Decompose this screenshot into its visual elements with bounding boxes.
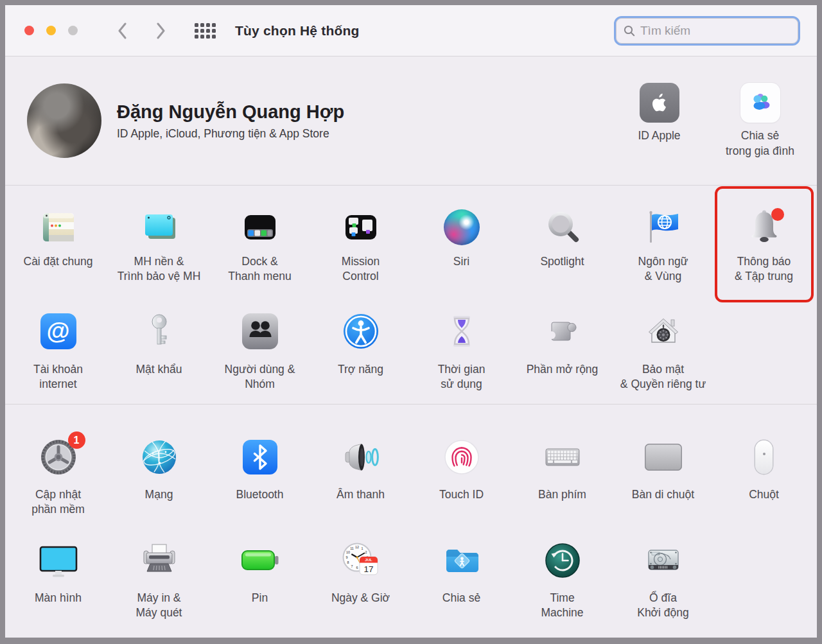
pref-item-security-privacy[interactable]: Bảo mật & Quyền riêng tư: [613, 295, 713, 405]
prefs-section-hardware: 1 Cập nhật phần mềm: [5, 405, 817, 638]
hourglass-icon: [441, 311, 482, 352]
speaker-icon: [340, 437, 381, 478]
prefs-section-system: Cài đặt chung MH nền & Trình bảo vệ MH: [5, 186, 817, 405]
pref-item-accessibility[interactable]: Trợ năng: [310, 295, 411, 405]
pref-item-battery[interactable]: Pin: [209, 520, 310, 638]
pref-item-siri[interactable]: Siri: [411, 186, 512, 295]
pref-item-label: Màn hình: [35, 591, 82, 605]
pref-item-printers-scanners[interactable]: Máy in & Máy quét: [109, 520, 209, 638]
pref-item-internet-accounts[interactable]: @ Tài khoản internet: [8, 295, 109, 405]
network-globe-icon: [139, 437, 180, 478]
pref-item-label: Mạng: [145, 487, 173, 502]
keyboard-icon: [542, 437, 583, 478]
accessibility-icon: [340, 311, 381, 352]
pref-item-label: Bàn di chuột: [632, 487, 694, 502]
profile-section: Đặng Nguyễn Quang Hợp ID Apple, iCloud, …: [5, 57, 817, 186]
screen: { "window": { "title": "Tùy chọn Hệ thốn…: [0, 0, 822, 644]
svg-text:10: 10: [346, 550, 350, 554]
pref-item-mouse[interactable]: Chuột: [713, 405, 814, 520]
svg-text:7: 7: [351, 564, 353, 568]
minimize-button[interactable]: [46, 26, 56, 35]
pref-item-label: Ngôn ngữ & Vùng: [638, 254, 688, 284]
printer-icon: [139, 540, 180, 581]
pref-item-trackpad[interactable]: Bàn di chuột: [613, 405, 713, 520]
pref-item-desktop-screensaver[interactable]: MH nền & Trình bảo vệ MH: [109, 186, 209, 295]
traffic-lights: [24, 26, 78, 35]
avatar[interactable]: [27, 83, 101, 158]
time-machine-icon: [542, 540, 583, 581]
pref-item-touch-id[interactable]: Touch ID: [411, 405, 512, 520]
pref-item-label: Bluetooth: [236, 487, 284, 502]
desktop-screensaver-icon: [139, 207, 180, 248]
key-icon: [139, 311, 180, 352]
general-icon: [38, 207, 79, 248]
battery-icon: [240, 540, 281, 581]
pref-item-label: Thời gian sử dụng: [438, 362, 485, 392]
svg-text:1: 1: [361, 546, 363, 550]
pref-item-network[interactable]: Mạng: [109, 405, 209, 520]
pref-item-dock-menubar[interactable]: Dock & Thanh menu: [209, 186, 310, 295]
pref-item-extensions[interactable]: Phần mở rộng: [512, 295, 613, 405]
siri-icon: [441, 207, 482, 248]
pref-item-sharing[interactable]: Chia sẻ: [411, 520, 512, 638]
svg-text:8: 8: [347, 561, 349, 564]
notifications-bell-icon: [744, 207, 785, 248]
svg-text:6: 6: [356, 566, 358, 570]
pref-item-label: Pin: [252, 591, 268, 605]
notification-dot: [771, 208, 784, 221]
close-button[interactable]: [24, 26, 34, 35]
system-preferences-window: Tùy chọn Hệ thống Đặng Nguyễn Quang Hợp …: [5, 5, 817, 638]
pref-item-time-machine[interactable]: Time Machine: [512, 520, 613, 638]
pref-item-label: Cập nhật phần mềm: [31, 487, 85, 517]
search-field[interactable]: [614, 16, 800, 46]
pref-item-mission-control[interactable]: Mission Control: [310, 186, 411, 295]
empty-cell: [713, 295, 814, 405]
update-count-badge: 1: [68, 431, 85, 449]
pref-item-date-time[interactable]: 1 2 3 4 5 6 7 8 9 10 11 12: [310, 520, 411, 638]
language-region-icon: [643, 207, 684, 248]
svg-text:9: 9: [345, 555, 347, 559]
bluetooth-icon: [240, 437, 281, 478]
forward-button[interactable]: [153, 22, 168, 39]
pref-item-users-groups[interactable]: Người dùng & Nhóm: [209, 295, 310, 405]
family-sharing-icon: [740, 83, 780, 123]
pref-item-family-sharing[interactable]: Chia sẻ trong gia đình: [710, 83, 810, 159]
pref-item-sound[interactable]: Âm thanh: [310, 405, 411, 520]
pref-item-software-update[interactable]: 1 Cập nhật phần mềm: [8, 405, 109, 520]
pref-item-label: Chia sẻ: [442, 591, 480, 605]
pref-item-apple-id[interactable]: ID Apple: [609, 83, 710, 159]
search-input[interactable]: [640, 24, 791, 38]
pref-item-language-region[interactable]: Ngôn ngữ & Vùng: [613, 186, 713, 295]
show-all-grid-icon[interactable]: [195, 23, 216, 39]
pref-item-passwords[interactable]: Mật khẩu: [109, 295, 209, 405]
pref-item-displays[interactable]: Màn hình: [8, 520, 109, 638]
empty-cell: [713, 520, 814, 638]
search-icon: [624, 25, 635, 37]
pref-item-label: Bảo mật & Quyền riêng tư: [620, 362, 706, 392]
sharing-folder-icon: [441, 540, 482, 581]
pref-item-label: Trợ năng: [338, 362, 383, 377]
pref-item-label: Người dùng & Nhóm: [225, 362, 295, 392]
users-groups-icon: [240, 311, 281, 352]
pref-item-label: Máy in & Máy quét: [136, 591, 182, 620]
pref-item-label: Chuột: [749, 487, 779, 502]
trackpad-icon: [643, 437, 684, 478]
pref-item-keyboard[interactable]: Bàn phím: [512, 405, 613, 520]
profile-subtitle: ID Apple, iCloud, Phương tiện & App Stor…: [117, 127, 344, 141]
pref-item-notifications-focus[interactable]: Thông báo & Tập trung: [713, 186, 814, 295]
pref-item-spotlight[interactable]: Spotlight: [512, 186, 613, 295]
software-update-gear-icon: 1: [38, 437, 79, 478]
pref-item-startup-disk[interactable]: Ổ đĩa Khởi động: [613, 520, 713, 638]
svg-text:2: 2: [365, 550, 367, 554]
touch-id-icon: [441, 437, 482, 478]
apple-id-icon: [640, 83, 679, 123]
back-button[interactable]: [115, 22, 129, 39]
pref-item-label: Bàn phím: [538, 487, 586, 502]
pref-item-general[interactable]: Cài đặt chung: [8, 186, 109, 295]
pref-item-label: Mật khẩu: [136, 362, 182, 377]
pref-item-label: Âm thanh: [337, 487, 385, 502]
pref-item-label: Dock & Thanh menu: [228, 254, 291, 284]
pref-item-label: Mission Control: [342, 254, 380, 284]
pref-item-bluetooth[interactable]: Bluetooth: [209, 405, 310, 520]
pref-item-screen-time[interactable]: Thời gian sử dụng: [411, 295, 512, 405]
